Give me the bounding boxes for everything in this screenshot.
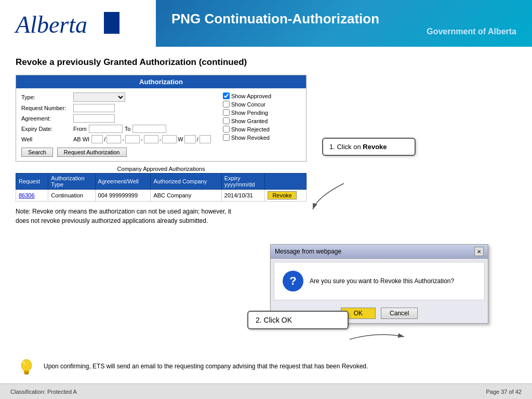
well-input-2[interactable] [107, 135, 121, 143]
type-label: Type: [21, 94, 73, 100]
table-title: Company Approved Authorizations [16, 166, 307, 172]
dialog-title: Message from webpage [275, 248, 341, 255]
table-row: 86306 Continuation 004 999999999 ABC Com… [16, 190, 307, 202]
dialog-body: ? Are you sure you want to Revoke this A… [274, 262, 485, 300]
classification-label: Classification: Protected A [10, 389, 77, 395]
main-title: PNG Continuation-Authorization [171, 11, 516, 27]
logo-area: Alberta [0, 0, 156, 47]
show-approved-label: Show Approved [231, 93, 271, 99]
from-label: From [73, 126, 87, 132]
show-concur-checkbox[interactable] [223, 101, 230, 108]
expiry-date-row: Expiry Date: From To [21, 125, 223, 133]
well-input-3[interactable] [125, 135, 140, 143]
agreement-row: Agreement: [21, 114, 223, 123]
auth-form-left: Type: Request Number: Agreement: Expiry … [21, 92, 223, 157]
search-button[interactable]: Search [21, 148, 53, 157]
tip-bulb-icon [16, 357, 37, 379]
show-pending-row: Show Pending [223, 109, 301, 116]
cell-agreement: 004 999999999 [95, 190, 151, 202]
callout-revoke-step: 1. Click on Revoke [329, 143, 387, 151]
well-input-7[interactable] [200, 135, 211, 143]
well-label: Well [21, 136, 73, 142]
callout-ok-text: 2. Click OK [256, 316, 292, 324]
cancel-button[interactable]: Cancel [381, 308, 418, 319]
callout-revoke: 1. Click on Revoke [322, 138, 416, 156]
show-concur-label: Show Concur [231, 101, 265, 108]
request-number-row: Request Number: [21, 104, 223, 112]
page-heading: Revoke a previously Granted Authorizatio… [16, 57, 516, 68]
main-content: Revoke a previously Granted Authorizatio… [0, 47, 532, 231]
cell-company: ABC Company [151, 190, 221, 202]
show-revoked-row: Show Revoked [223, 134, 301, 141]
show-rejected-label: Show Rejected [231, 126, 270, 132]
to-label: To [125, 126, 131, 132]
expiry-date-label: Expiry Date: [21, 126, 73, 132]
show-rejected-row: Show Rejected [223, 126, 301, 132]
well-input-4[interactable] [144, 135, 158, 143]
svg-text:Alberta: Alberta [14, 11, 87, 38]
dialog-question-icon: ? [283, 271, 303, 291]
form-buttons: Search Request Authorization [21, 148, 223, 157]
tip-section: Upon confirming, ETS will send an email … [16, 357, 483, 379]
well-input-6[interactable] [184, 135, 196, 143]
well-input-5[interactable] [162, 135, 177, 143]
show-granted-checkbox[interactable] [223, 117, 230, 124]
note-text: Note: Revoke only means the authorizatio… [16, 207, 239, 225]
show-pending-checkbox[interactable] [223, 109, 230, 116]
show-granted-row: Show Granted [223, 117, 301, 124]
request-number-input[interactable] [73, 104, 115, 112]
auth-table: Request AuthorizationType Agreement/Well… [16, 173, 307, 202]
callout-ok-arrow [347, 326, 409, 347]
revoke-button[interactable]: Revoke [268, 191, 296, 200]
agreement-input[interactable] [73, 114, 115, 123]
callout-ok: 2. Click OK [247, 311, 349, 329]
request-link[interactable]: 86306 [19, 192, 35, 198]
table-header-row: Request AuthorizationType Agreement/Well… [16, 174, 307, 190]
cell-action: Revoke [265, 190, 307, 202]
cell-type: Continuation [48, 190, 95, 202]
well-input-1[interactable] [91, 135, 103, 143]
sub-title: Government of Alberta [171, 27, 516, 36]
show-revoked-checkbox[interactable] [223, 134, 230, 141]
type-select[interactable] [73, 92, 125, 102]
expiry-to-input[interactable] [132, 125, 166, 133]
cell-request: 86306 [16, 190, 48, 202]
svg-rect-8 [24, 374, 29, 375]
alberta-logo: Alberta [10, 7, 125, 41]
cell-expiry: 2014/10/31 [221, 190, 265, 202]
show-granted-label: Show Granted [231, 118, 268, 124]
col-company: Authorized Company [151, 174, 221, 190]
auth-form-header: Authorization [16, 75, 306, 88]
show-approved-row: Show Approved [223, 92, 301, 99]
auth-form-body: Type: Request Number: Agreement: Expiry … [16, 88, 306, 161]
type-row: Type: [21, 92, 223, 102]
table-container: Company Approved Authorizations Request … [16, 166, 307, 202]
page-info-label: Page 37 of 42 [486, 389, 522, 395]
col-action [265, 174, 307, 190]
auth-form-box: Authorization Type: Request Number: Agre… [16, 75, 307, 162]
show-rejected-checkbox[interactable] [223, 126, 230, 132]
col-expiry: Expiryyyyy/mm/dd [221, 174, 265, 190]
col-agreement: Agreement/Well [95, 174, 151, 190]
title-area: PNG Continuation-Authorization Governmen… [156, 0, 532, 47]
col-request: Request [16, 174, 48, 190]
show-approved-checkbox[interactable] [223, 92, 230, 99]
svg-rect-2 [107, 15, 117, 31]
agreement-label: Agreement: [21, 115, 73, 122]
col-auth-type: AuthorizationType [48, 174, 95, 190]
request-auth-button[interactable]: Request Authorization [57, 148, 127, 157]
dialog-close-button[interactable]: ✕ [474, 247, 484, 256]
expiry-from-input[interactable] [89, 125, 123, 133]
tip-text: Upon confirming, ETS will send an email … [44, 362, 368, 371]
show-revoked-label: Show Revoked [231, 135, 270, 141]
footer: Classification: Protected A Page 37 of 4… [0, 383, 532, 399]
callout-revoke-arrow [308, 181, 349, 212]
request-number-label: Request Number: [21, 105, 73, 111]
dialog-titlebar: Message from webpage ✕ [271, 245, 488, 259]
well-row: Well AB WI / - - - W / [21, 135, 223, 143]
dialog-message: Are you sure you want to Revoke this Aut… [310, 277, 454, 285]
svg-point-5 [21, 360, 32, 371]
page-header: Alberta PNG Continuation-Authorization G… [0, 0, 532, 47]
show-pending-label: Show Pending [231, 110, 268, 116]
ab-wi-label: AB WI [73, 136, 89, 142]
